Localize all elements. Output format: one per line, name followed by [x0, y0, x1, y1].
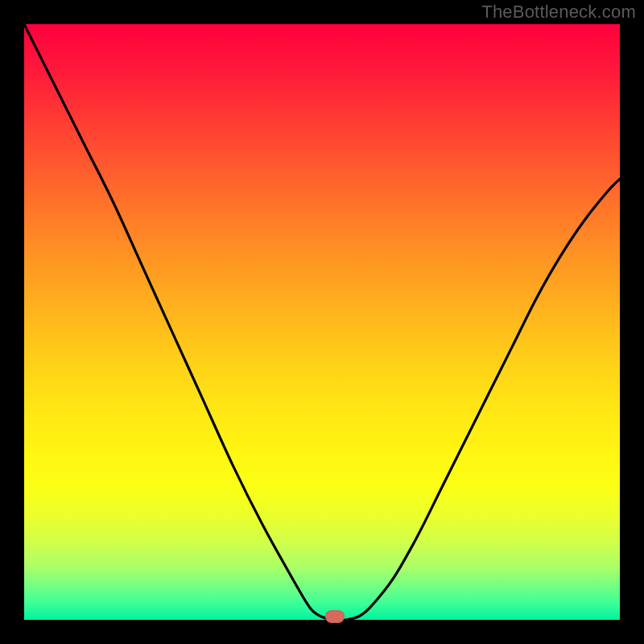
watermark-text: TheBottleneck.com [481, 2, 636, 23]
curve-svg [24, 24, 620, 620]
optimum-marker [325, 610, 345, 623]
plot-area [24, 24, 620, 620]
chart-stage: TheBottleneck.com [0, 0, 644, 644]
bottleneck-curve [24, 24, 620, 620]
